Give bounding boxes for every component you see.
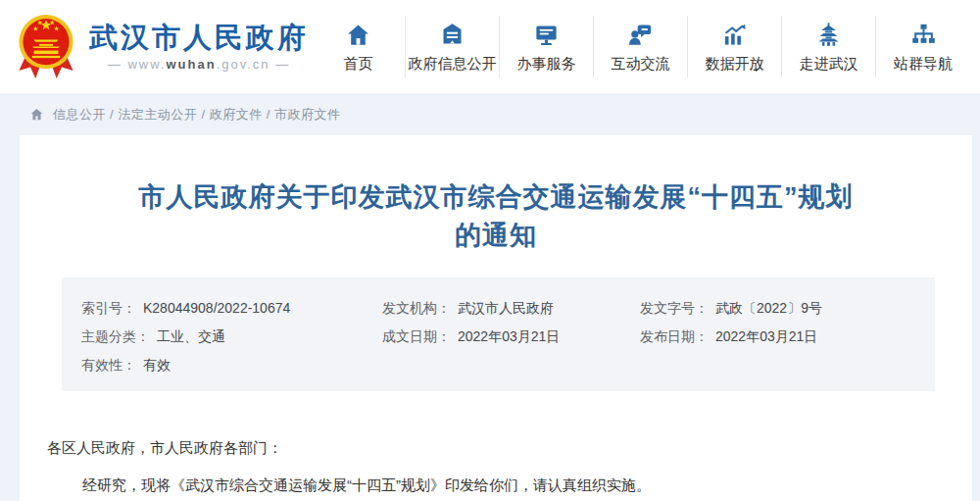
nav-label: 首页 bbox=[344, 55, 373, 74]
national-emblem-icon bbox=[15, 13, 77, 81]
home-icon bbox=[345, 22, 371, 48]
breadcrumb: 信息公开 / 法定主动公开 / 政府文件 / 市政府文件 bbox=[0, 93, 980, 135]
document-title-line2: 的通知 bbox=[20, 217, 972, 255]
meta-written-date: 成文日期： 2022年03月21日 bbox=[382, 329, 640, 343]
data-open-icon bbox=[721, 22, 748, 48]
nav-item-site-group[interactable]: 站群导航 bbox=[876, 16, 970, 77]
nav-label: 办事服务 bbox=[517, 55, 576, 74]
nav-item-interaction[interactable]: 互动交流 bbox=[594, 16, 688, 77]
site-text: 武汉市人民政府 — www.wuhan.gov.cn — bbox=[89, 22, 309, 72]
document-meta-box: 索引号： K28044908/2022-10674 发文机构： 武汉市人民政府 … bbox=[62, 277, 935, 391]
site-url: — www.wuhan.gov.cn — bbox=[108, 57, 290, 72]
document-body: 各区人民政府，市人民政府各部门： 经研究，现将《武汉市综合交通运输发展“十四五”… bbox=[47, 436, 943, 497]
breadcrumb-trail[interactable]: 信息公开 / 法定主动公开 / 政府文件 / 市政府文件 bbox=[53, 106, 341, 124]
site-group-icon bbox=[910, 22, 937, 48]
nav-item-home[interactable]: 首页 bbox=[312, 16, 406, 77]
site-name: 武汉市人民政府 bbox=[89, 22, 309, 54]
document-meta-grid: 索引号： K28044908/2022-10674 发文机构： 武汉市人民政府 … bbox=[81, 301, 935, 372]
main-nav: 首页 政府信息公开 办事服务 bbox=[312, 16, 970, 77]
nav-item-enter-wuhan[interactable]: 走进武汉 bbox=[782, 16, 876, 77]
nav-item-info-disclosure[interactable]: 政府信息公开 bbox=[406, 16, 500, 77]
nav-label: 走进武汉 bbox=[800, 55, 858, 74]
services-icon bbox=[533, 22, 560, 48]
body-paragraph: 经研究，现将《武汉市综合交通运输发展“十四五”规划》印发给你们，请认真组织实施。 bbox=[47, 474, 943, 497]
meta-document-number: 发文字号： 武政〔2022〕9号 bbox=[640, 301, 935, 315]
nav-label: 数据开放 bbox=[706, 55, 764, 74]
nav-item-services[interactable]: 办事服务 bbox=[500, 16, 594, 77]
info-disclosure-icon bbox=[439, 22, 466, 48]
meta-topic-category: 主题分类： 工业、交通 bbox=[81, 329, 382, 343]
meta-index-number: 索引号： K28044908/2022-10674 bbox=[81, 301, 382, 315]
body-salutation: 各区人民政府，市人民政府各部门： bbox=[47, 436, 943, 460]
breadcrumb-home-icon[interactable] bbox=[29, 107, 44, 122]
meta-validity: 有效性： 有效 bbox=[81, 358, 382, 372]
nav-label: 互动交流 bbox=[612, 55, 670, 74]
nav-item-data-open[interactable]: 数据开放 bbox=[688, 16, 782, 77]
nav-label: 政府信息公开 bbox=[409, 55, 497, 74]
interaction-icon bbox=[627, 22, 654, 48]
meta-issuing-agency: 发文机构： 武汉市人民政府 bbox=[382, 301, 640, 315]
site-header: 武汉市人民政府 — www.wuhan.gov.cn — 首页 政府信息公开 bbox=[0, 0, 980, 93]
meta-publish-date: 发布日期： 2022年03月21日 bbox=[640, 329, 935, 343]
document-title: 市人民政府关于印发武汉市综合交通运输发展“十四五”规划 的通知 bbox=[20, 178, 972, 255]
document-title-line1: 市人民政府关于印发武汉市综合交通运输发展“十四五”规划 bbox=[20, 178, 972, 217]
site-logo[interactable]: 武汉市人民政府 — www.wuhan.gov.cn — bbox=[15, 13, 312, 81]
enter-wuhan-icon bbox=[815, 22, 842, 48]
document-card: 市人民政府关于印发武汉市综合交通运输发展“十四五”规划 的通知 索引号： K28… bbox=[20, 135, 972, 501]
nav-label: 站群导航 bbox=[894, 55, 953, 74]
